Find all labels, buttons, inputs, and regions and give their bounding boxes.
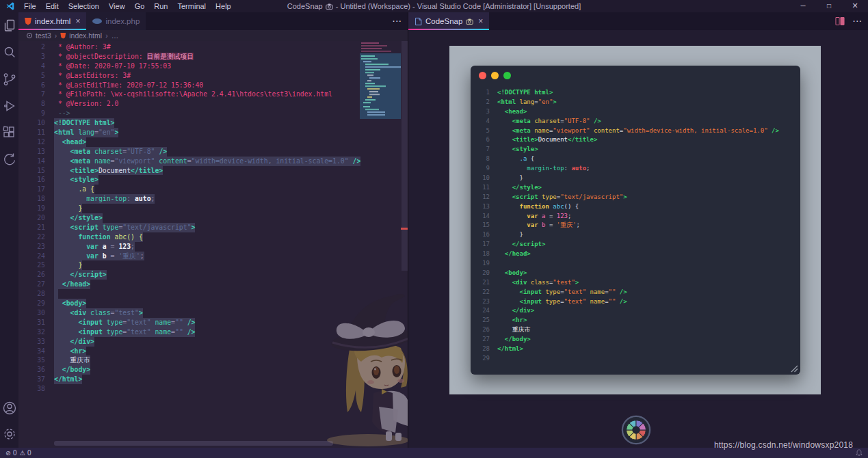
- code-editor[interactable]: 2 * @Author: 3#3 * @objectDescription: 目…: [18, 41, 408, 448]
- vscode-logo-icon: [5, 1, 15, 11]
- code-line: 7 * @FilePath: \wx-cqshilisofte:\Apache …: [18, 90, 360, 99]
- line-number: 17: [475, 240, 490, 250]
- vertical-scrollbar[interactable]: [402, 41, 408, 271]
- account-icon[interactable]: [1, 400, 18, 416]
- code-line: 12 <script type="text/javascript">: [475, 193, 779, 202]
- menu-selection[interactable]: Selection: [64, 0, 104, 12]
- code-line: 9 -->: [18, 109, 360, 118]
- code-line: 24 </div>: [475, 306, 779, 316]
- problems-warnings[interactable]: ⚠ 0: [20, 449, 31, 457]
- breadcrumb-separator: ›: [55, 31, 57, 40]
- code-line: 28: [18, 289, 360, 299]
- code-line: 26 </script>: [18, 270, 360, 280]
- line-number: 3: [18, 52, 45, 62]
- settings-gear-icon[interactable]: [1, 426, 18, 442]
- code-line: 14 <meta name="viewport" content="width=…: [18, 157, 360, 166]
- line-number: 19: [475, 259, 490, 269]
- search-icon[interactable]: [1, 44, 18, 61]
- close-tab-icon[interactable]: ×: [75, 16, 80, 26]
- editor-tab-bar-left: index.html × index.php ···: [18, 12, 408, 30]
- horizontal-scrollbar[interactable]: [54, 441, 333, 446]
- line-number: 27: [475, 335, 490, 345]
- line-number: 8: [18, 99, 45, 109]
- tab-codesnap[interactable]: CodeSnap ×: [408, 12, 489, 30]
- line-number: 13: [475, 202, 490, 212]
- line-number: 6: [18, 81, 45, 90]
- shutter-button-icon[interactable]: [621, 415, 651, 445]
- menu-run[interactable]: Run: [149, 0, 172, 12]
- line-number: 25: [475, 316, 490, 325]
- problems-errors[interactable]: ⊘ 0: [5, 449, 17, 457]
- line-number: 32: [18, 327, 45, 337]
- breadcrumb-item-folder[interactable]: test3: [36, 31, 51, 40]
- line-number: 10: [18, 118, 45, 128]
- file-icon: [415, 17, 422, 26]
- line-number: 23: [18, 242, 45, 252]
- code-line: 35 重庆市: [18, 355, 360, 365]
- code-line: 20 <body>: [475, 269, 779, 278]
- activity-bar: [0, 12, 18, 448]
- code-line: 10 }: [475, 174, 779, 183]
- menu-edit[interactable]: Edit: [41, 0, 64, 12]
- code-line: 21 <div class="test">: [475, 278, 779, 288]
- line-number: 24: [18, 252, 45, 261]
- line-number: 36: [18, 365, 45, 375]
- split-editor-icon[interactable]: [835, 16, 845, 26]
- code-line: 27 </body>: [475, 335, 779, 345]
- breadcrumb: test3 › index.html › …: [18, 30, 408, 41]
- code-line: 23 <input type="text" name="" />: [475, 297, 779, 307]
- line-number: 16: [475, 230, 490, 240]
- line-number: 35: [18, 355, 45, 365]
- code-line: 28</html>: [475, 345, 779, 354]
- more-actions-icon[interactable]: ···: [393, 17, 402, 25]
- code-line: 13 function abc() {: [475, 202, 779, 212]
- notifications-bell-icon[interactable]: [856, 449, 863, 457]
- line-number: 4: [18, 62, 45, 71]
- line-number: 10: [475, 174, 490, 183]
- line-number: 3: [475, 107, 490, 117]
- back-navigation-icon[interactable]: [1, 151, 18, 167]
- warning-icon: ⚠: [20, 449, 26, 457]
- line-number: 29: [475, 354, 490, 364]
- code-line: 10<!DOCTYPE html>: [18, 118, 360, 128]
- code-line: 5 <meta name="viewport" content="width=d…: [475, 126, 779, 136]
- breadcrumb-item-file[interactable]: index.html: [69, 31, 102, 40]
- line-number: 22: [18, 232, 45, 242]
- line-number: 15: [475, 221, 490, 230]
- menu-view[interactable]: View: [104, 0, 130, 12]
- resize-grip-icon[interactable]: [790, 364, 798, 373]
- minimap[interactable]: [360, 41, 401, 122]
- line-number: 14: [475, 212, 490, 221]
- menu-terminal[interactable]: Terminal: [173, 0, 211, 12]
- tab-label: index.html: [35, 17, 70, 25]
- minimize-icon[interactable]: ─: [790, 0, 816, 12]
- breadcrumb-item-symbol[interactable]: …: [111, 31, 119, 40]
- code-line: 17 </script>: [475, 240, 779, 250]
- code-line: 26 重庆市: [475, 325, 779, 335]
- tab-index-html[interactable]: index.html ×: [18, 12, 86, 30]
- line-number: 13: [18, 147, 45, 157]
- line-number: 7: [475, 145, 490, 154]
- maximize-icon[interactable]: □: [816, 0, 842, 12]
- run-debug-icon[interactable]: [1, 98, 18, 114]
- line-number: 8: [475, 154, 490, 164]
- line-number: 20: [18, 213, 45, 223]
- explorer-icon[interactable]: [1, 18, 18, 34]
- snapshot-preview-container: 1<!DOCTYPE html>2<html lang="en">3 <head…: [449, 46, 821, 394]
- editor-group-divider[interactable]: [408, 12, 408, 448]
- line-number: 12: [475, 193, 490, 202]
- menu-help[interactable]: Help: [211, 0, 236, 12]
- close-icon[interactable]: ✕: [842, 0, 868, 12]
- traffic-light-green-icon: [503, 72, 511, 79]
- close-tab-icon[interactable]: ×: [478, 16, 483, 26]
- source-control-icon[interactable]: [1, 71, 18, 87]
- error-icon: ⊘: [5, 449, 11, 457]
- code-line: 12 <head>: [18, 137, 360, 147]
- tab-index-php[interactable]: index.php: [86, 12, 146, 30]
- menu-go[interactable]: Go: [130, 0, 150, 12]
- extensions-icon[interactable]: [1, 124, 18, 141]
- code-line: 6 * @LastEditTime: 2020-07-12 15:36:40: [18, 81, 360, 90]
- code-line: 5 * @LastEditors: 3#: [18, 71, 360, 81]
- menu-file[interactable]: File: [19, 0, 41, 12]
- more-actions-icon[interactable]: ···: [853, 17, 863, 25]
